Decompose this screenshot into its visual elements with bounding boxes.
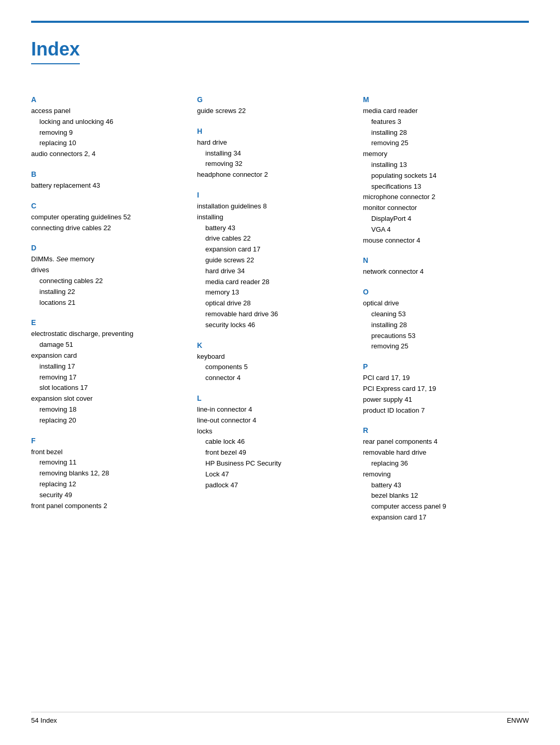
entry-microphone-connector: microphone connector 2	[363, 192, 519, 203]
letter-d: D	[31, 244, 187, 252]
entry-mouse-connector: mouse connector 4	[363, 235, 519, 246]
entry-rear-panel-components: rear panel components 4	[363, 437, 519, 447]
page-title: Index	[31, 38, 80, 64]
letter-i: I	[197, 191, 353, 199]
entry-network-connector: network connector 4	[363, 266, 519, 277]
entry-installing: installing battery 43 drive cables 22 ex…	[197, 212, 353, 331]
entry-front-bezel: front bezel removing 11 removing blanks …	[31, 447, 187, 501]
entry-audio-connectors: audio connectors 2, 4	[31, 149, 187, 160]
letter-f: F	[31, 437, 187, 445]
letter-b: B	[31, 170, 187, 178]
column-1: A access panel locking and unlocking 46 …	[31, 95, 197, 511]
entry-line-out: line-out connector 4	[197, 415, 353, 426]
letter-p: P	[363, 362, 519, 371]
column-3: M media card reader features 3 installin…	[363, 95, 529, 523]
letter-h: H	[197, 127, 353, 135]
entry-power-supply: power supply 41	[363, 395, 519, 405]
entry-removing: removing battery 43 bezel blanks 12 comp…	[363, 469, 519, 523]
entry-pci-express-card: PCI Express card 17, 19	[363, 384, 519, 395]
letter-o: O	[363, 288, 519, 296]
entry-connecting-drive-cables: connecting drive cables 22	[31, 223, 187, 234]
entry-locks: locks cable lock 46 front bezel 49 HP Bu…	[197, 426, 353, 491]
entry-computer-guidelines: computer operating guidelines 52	[31, 212, 187, 223]
entry-battery-replacement: battery replacement 43	[31, 180, 187, 191]
entry-drives: drives connecting cables 22 installing 2…	[31, 265, 187, 308]
letter-k: K	[197, 341, 353, 349]
letter-m: M	[363, 95, 519, 104]
entry-electrostatic: electrostatic discharge, preventing dama…	[31, 329, 187, 350]
entry-pci-card: PCI card 17, 19	[363, 373, 519, 384]
letter-n: N	[363, 256, 519, 264]
entry-expansion-card: expansion card installing 17 removing 17…	[31, 350, 187, 393]
entry-headphone-connector: headphone connector 2	[197, 170, 353, 180]
entry-product-id-location: product ID location 7	[363, 405, 519, 416]
entry-dimms: DIMMs. See memory	[31, 254, 187, 265]
column-2: G guide screws 22 H hard drive installin…	[197, 95, 363, 490]
entry-media-card-reader: media card reader features 3 installing …	[363, 106, 519, 149]
entry-hard-drive: hard drive installing 34 removing 32	[197, 137, 353, 170]
entry-front-panel: front panel components 2	[31, 501, 187, 512]
entry-optical-drive: optical drive cleaning 53 installing 28 …	[363, 298, 519, 352]
entry-installation-guidelines: installation guidelines 8	[197, 201, 353, 212]
page-container: Index A access panel locking and unlocki…	[0, 0, 560, 554]
entry-memory: memory installing 13 populating sockets …	[363, 149, 519, 192]
letter-e: E	[31, 318, 187, 327]
letter-l: L	[197, 394, 353, 402]
entry-expansion-slot-cover: expansion slot cover removing 18 replaci…	[31, 393, 187, 426]
entry-guide-screws: guide screws 22	[197, 106, 353, 117]
entry-line-in: line-in connector 4	[197, 404, 353, 415]
footer-bar: 54 Index ENWW	[31, 712, 529, 724]
index-columns: A access panel locking and unlocking 46 …	[31, 95, 529, 523]
entry-removable-hard-drive: removable hard drive replacing 36	[363, 447, 519, 469]
letter-a: A	[31, 95, 187, 104]
footer-right: ENWW	[507, 716, 529, 724]
title-section: Index	[31, 23, 529, 95]
letter-c: C	[31, 202, 187, 210]
letter-g: G	[197, 95, 353, 104]
footer-left: 54 Index	[31, 716, 57, 724]
entry-monitor-connector: monitor connector DisplayPort 4 VGA 4	[363, 203, 519, 235]
entry-access-panel: access panel locking and unlocking 46 re…	[31, 106, 187, 149]
entry-keyboard: keyboard components 5 connector 4	[197, 352, 353, 384]
letter-r: R	[363, 426, 519, 434]
